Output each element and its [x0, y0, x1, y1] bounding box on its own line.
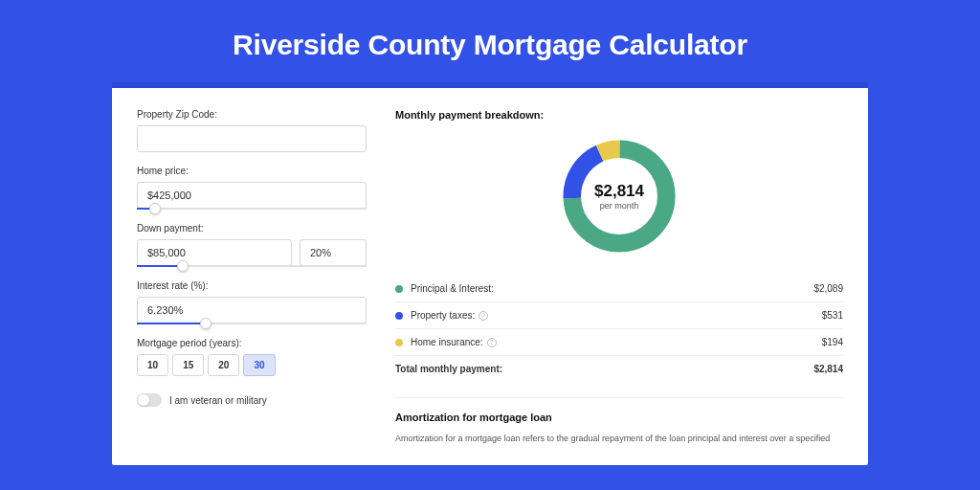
- period-button-30[interactable]: 30: [243, 354, 275, 376]
- legend-dot-icon: [395, 312, 403, 320]
- legend-row-principal: Principal & Interest: $2,089: [395, 276, 843, 301]
- info-icon[interactable]: ?: [487, 338, 497, 347]
- calculator-card: Property Zip Code: Home price: Down paym…: [112, 82, 868, 465]
- legend-value: $194: [822, 337, 843, 347]
- legend-row-taxes: Property taxes: ? $531: [395, 301, 843, 328]
- zip-field-group: Property Zip Code:: [137, 109, 367, 152]
- total-label: Total monthly payment:: [395, 364, 813, 374]
- home-price-slider[interactable]: [137, 208, 367, 210]
- interest-rate-slider[interactable]: [137, 323, 367, 324]
- donut-sublabel: per month: [594, 201, 644, 211]
- zip-label: Property Zip Code:: [137, 109, 367, 120]
- interest-rate-label: Interest rate (%):: [137, 280, 367, 291]
- zip-input[interactable]: [137, 125, 367, 152]
- donut-chart-wrap: $2,814 per month: [395, 134, 843, 258]
- down-payment-input[interactable]: [137, 239, 292, 266]
- legend-dot-icon: [395, 285, 403, 293]
- donut-chart: $2,814 per month: [557, 134, 681, 258]
- period-button-15[interactable]: 15: [172, 354, 204, 376]
- mortgage-period-label: Mortgage period (years):: [137, 338, 367, 348]
- veteran-toggle[interactable]: [137, 393, 162, 407]
- legend-row-total: Total monthly payment: $2,814: [395, 355, 843, 382]
- home-price-label: Home price:: [137, 166, 367, 176]
- donut-amount: $2,814: [594, 182, 644, 201]
- down-payment-field-group: Down payment:: [137, 223, 367, 267]
- down-payment-slider[interactable]: [137, 265, 367, 267]
- form-panel: Property Zip Code: Home price: Down paym…: [137, 109, 367, 444]
- legend-label: Property taxes: ?: [411, 310, 822, 321]
- total-value: $2,814: [813, 364, 843, 374]
- down-payment-label: Down payment:: [137, 223, 367, 234]
- slider-thumb-icon[interactable]: [149, 203, 161, 214]
- veteran-toggle-row: I am veteran or military: [137, 393, 367, 407]
- info-icon[interactable]: ?: [479, 311, 488, 321]
- legend-value: $2,089: [813, 283, 843, 294]
- interest-rate-field-group: Interest rate (%):: [137, 280, 367, 324]
- legend-value: $531: [822, 310, 843, 321]
- home-price-input[interactable]: [137, 182, 367, 209]
- slider-thumb-icon[interactable]: [200, 318, 212, 329]
- home-price-field-group: Home price:: [137, 166, 367, 210]
- breakdown-title: Monthly payment breakdown:: [395, 109, 843, 121]
- mortgage-period-field-group: Mortgage period (years): 10 15 20 30: [137, 338, 367, 376]
- legend-label: Home insurance: ?: [411, 337, 822, 347]
- legend-row-insurance: Home insurance: ? $194: [395, 328, 843, 355]
- legend-label: Principal & Interest:: [411, 283, 813, 294]
- donut-center-label: $2,814 per month: [594, 182, 644, 211]
- interest-rate-input[interactable]: [137, 297, 367, 323]
- period-button-20[interactable]: 20: [208, 354, 239, 376]
- breakdown-panel: Monthly payment breakdown: $2,814 per mo…: [395, 109, 843, 444]
- slider-thumb-icon[interactable]: [177, 260, 189, 272]
- amortization-text: Amortization for a mortgage loan refers …: [395, 433, 843, 446]
- amortization-title: Amortization for mortgage loan: [395, 397, 843, 423]
- page-title: Riverside County Mortgage Calculator: [0, 0, 980, 82]
- period-button-10[interactable]: 10: [137, 354, 168, 376]
- down-payment-pct-input[interactable]: [300, 239, 367, 266]
- legend-dot-icon: [395, 339, 403, 346]
- veteran-label: I am veteran or military: [169, 395, 267, 406]
- period-button-row: 10 15 20 30: [137, 354, 367, 376]
